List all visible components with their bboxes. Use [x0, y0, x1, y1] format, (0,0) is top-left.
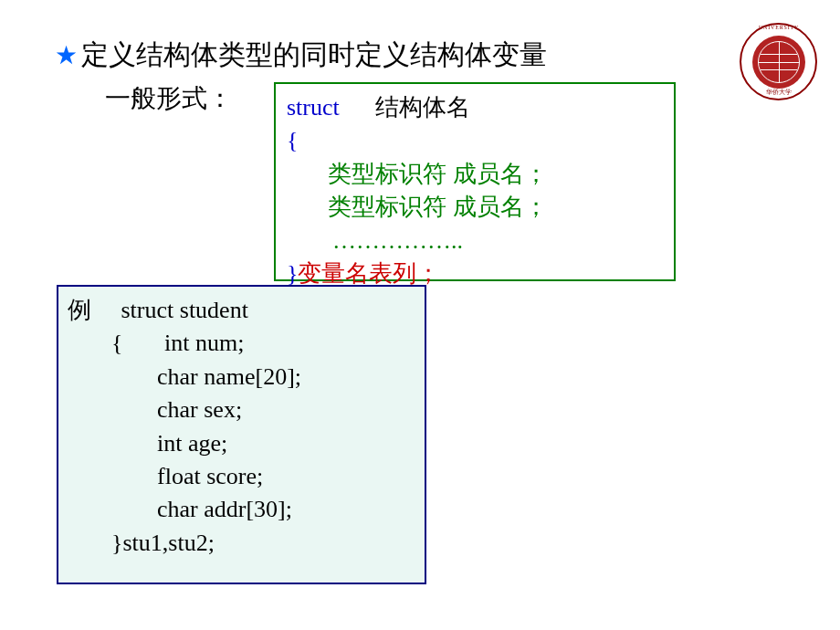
field-char-addr: char addr[30];: [157, 493, 415, 526]
slide-content: UNIVERSITY 华侨大学 ★ 定义结构体类型的同时定义结构体变量 一般形式…: [0, 0, 840, 630]
struct-name-placeholder: 结构体名: [375, 94, 470, 121]
globe-line: [779, 42, 780, 82]
open-brace-example: {: [111, 330, 122, 356]
field-char-name: char name[20];: [157, 361, 415, 394]
example-code-box: 例 struct student { int num; char name[20…: [57, 285, 426, 584]
spacer: [98, 297, 116, 323]
logo-outer-ring: UNIVERSITY 华侨大学: [740, 23, 817, 100]
example-line-2: { int num;: [111, 327, 415, 360]
open-brace: {: [287, 124, 663, 157]
struct-declaration: struct student: [121, 297, 248, 323]
field-char-sex: char sex;: [157, 394, 415, 426]
member-line-2: 类型标识符 成员名；: [328, 191, 663, 224]
member-line-1: 类型标识符 成员名；: [328, 158, 663, 191]
field-int-num: int num;: [164, 330, 244, 356]
struct-keyword: struct: [287, 94, 340, 121]
close-brace: }: [287, 260, 298, 287]
example-label: 例: [68, 297, 91, 323]
field-float-score: float score;: [157, 460, 415, 493]
logo-inner-circle: [752, 36, 805, 89]
spacer: [129, 330, 159, 356]
logo-bottom-text: 华侨大学: [766, 88, 792, 97]
logo-top-text: UNIVERSITY: [758, 24, 798, 31]
logo-globe-icon: [758, 41, 800, 83]
syntax-definition-box: struct 结构体名 { 类型标识符 成员名； 类型标识符 成员名； ……………: [274, 82, 676, 281]
spacer: [345, 94, 369, 121]
university-logo: UNIVERSITY 华侨大学: [740, 23, 817, 100]
syntax-line-1: struct 结构体名: [287, 91, 663, 124]
slide-title: 定义结构体类型的同时定义结构体变量: [81, 37, 547, 74]
close-and-vars: }stu1,stu2;: [111, 527, 415, 560]
title-row: ★ 定义结构体类型的同时定义结构体变量: [55, 37, 785, 74]
field-int-age: int age;: [157, 427, 415, 460]
variable-list: 变量名表列；: [298, 260, 440, 287]
ellipsis: ……………..: [332, 225, 663, 257]
example-line-1: 例 struct student: [68, 294, 415, 327]
star-bullet-icon: ★: [55, 40, 78, 70]
